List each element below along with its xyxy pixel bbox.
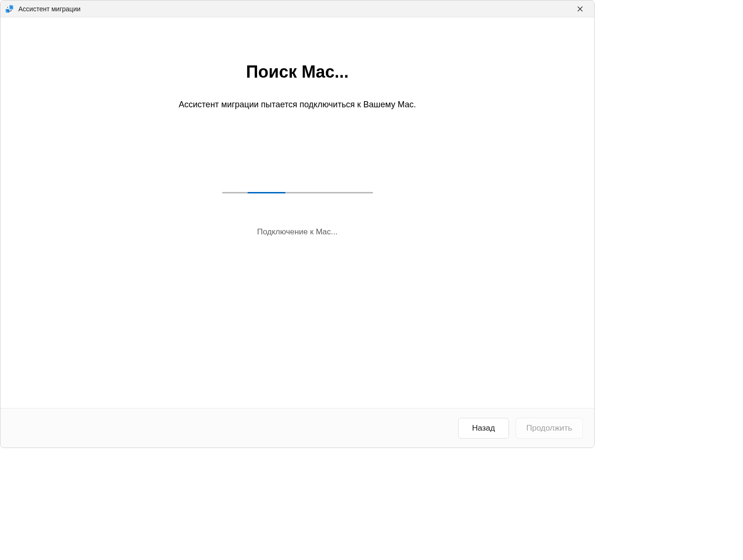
window-title: Ассистент миграции: [18, 5, 570, 13]
finder-icon: [5, 5, 14, 13]
close-button[interactable]: [570, 0, 590, 17]
svg-point-1: [7, 7, 8, 8]
svg-point-2: [11, 7, 12, 8]
main-content: Поиск Mac... Ассистент миграции пытается…: [0, 17, 594, 408]
back-button[interactable]: Назад: [458, 418, 509, 439]
titlebar: Ассистент миграции: [0, 0, 594, 17]
footer: Назад Продолжить: [0, 408, 594, 448]
progress-bar: [222, 192, 373, 193]
app-icon: [5, 5, 14, 13]
page-title: Поиск Mac...: [246, 62, 348, 82]
status-text: Подключение к Mac...: [257, 227, 338, 237]
close-icon: [577, 6, 583, 12]
page-subtitle: Ассистент миграции пытается подключиться…: [179, 100, 416, 110]
progress-fill: [248, 192, 285, 193]
continue-button[interactable]: Продолжить: [516, 418, 583, 439]
